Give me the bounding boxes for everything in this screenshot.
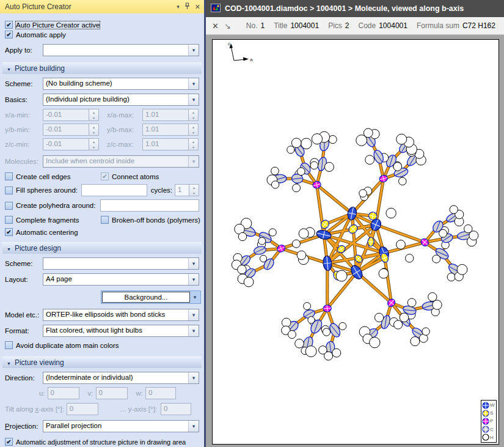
checkbox-label: Complete fragments [16, 216, 79, 224]
chevron-down-icon[interactable] [188, 45, 199, 56]
checkbox-avoid-duplicate-colors[interactable] [5, 341, 13, 349]
spin-down-icon [89, 144, 98, 150]
yb-min-label: y/b-min: [5, 126, 43, 133]
atom-H [312, 134, 322, 144]
atom-H [305, 346, 316, 357]
xa-max-spinner: 1.01 [142, 109, 199, 121]
legend-label: P [490, 418, 493, 424]
legend-row: C [482, 426, 496, 433]
chevron-down-icon[interactable] [188, 78, 199, 89]
atom-type-icon [482, 410, 489, 417]
atom-H [450, 205, 458, 213]
fill-spheres-input[interactable] [81, 184, 147, 196]
atom-S [347, 223, 359, 235]
atom-H [365, 155, 374, 164]
atom-H [356, 135, 367, 146]
section-header-picture-building[interactable]: Picture building [2, 62, 202, 74]
v-input: 0 [96, 387, 128, 399]
atom-H [464, 225, 472, 233]
layout-select[interactable]: A4 page [43, 273, 199, 286]
chevron-down-icon[interactable] [188, 309, 199, 320]
checkbox-auto-active[interactable] [5, 21, 13, 29]
section-header-picture-design[interactable]: Picture design [2, 242, 202, 254]
direction-select[interactable]: (Indeterminate or individual) [43, 372, 199, 384]
checkbox-automatic-adjustment[interactable] [5, 438, 13, 446]
atom-C [372, 149, 385, 164]
pin-icon[interactable] [184, 2, 190, 12]
section-title: Picture building [15, 64, 65, 73]
apply-to-select[interactable] [43, 44, 199, 56]
atom-H [407, 298, 416, 307]
checkbox-label: Automatic apply [16, 31, 66, 39]
chevron-down-icon[interactable] [190, 292, 200, 303]
atom-H [386, 208, 396, 218]
zc-min-label: z/c-min: [5, 141, 43, 148]
spin-down-icon [89, 115, 98, 120]
cycles-label: cycles: [151, 187, 172, 194]
yb-min-spinner: -0.01 [43, 124, 99, 136]
chevron-down-icon[interactable] [188, 372, 199, 383]
basics-select[interactable]: (Individual picture building) [43, 94, 199, 106]
checkbox-create-cell-edges[interactable] [5, 172, 13, 180]
chevron-down-icon[interactable] [188, 258, 199, 269]
page-sheet[interactable]: c a WSPCH [212, 39, 499, 445]
chevron-down-icon[interactable] [188, 94, 199, 105]
checkbox-auto-apply[interactable] [5, 31, 13, 39]
close-structure-icon[interactable]: ✕ [212, 21, 219, 31]
projection-select[interactable]: Parallel projection [43, 420, 199, 432]
checkbox-label: Automatic centering [16, 229, 78, 236]
format-value: Flat colored, without light bulbs [43, 325, 188, 336]
yb-max-label: y/b-max: [107, 126, 142, 133]
panel-body: Auto Picture Creator active Automatic ap… [0, 13, 204, 447]
scheme-value: (No building scheme) [43, 78, 188, 89]
checkbox-complete-fragments[interactable] [5, 216, 13, 224]
atom-H [379, 268, 389, 278]
design-scheme-label: Scheme: [5, 260, 43, 267]
chevron-down-icon[interactable] [188, 421, 199, 432]
atom-type-icon [482, 402, 489, 409]
design-scheme-select[interactable] [43, 257, 199, 270]
checkbox-create-polyhedra[interactable] [5, 202, 13, 210]
atom-H [293, 240, 301, 248]
spin-up-icon [189, 185, 199, 190]
chevron-down-icon[interactable] [188, 325, 199, 336]
section-header-picture-viewing[interactable]: Picture viewing [2, 356, 202, 368]
structure-picture[interactable]: c a [213, 40, 499, 444]
molecules-select: Include when centroid inside [43, 155, 199, 168]
atom-H [428, 293, 437, 301]
w-input: 0 [145, 387, 176, 399]
direction-label: Direction: [5, 374, 43, 382]
chevron-down-icon[interactable] [188, 274, 199, 285]
w-label: w: [136, 390, 144, 397]
scheme-label: Scheme: [5, 80, 43, 87]
atom-H [308, 317, 315, 323]
atom-H [339, 322, 346, 330]
apply-to-label: Apply to: [5, 46, 43, 54]
model-label: Model etc.: [5, 311, 43, 319]
follow-arrow-icon[interactable]: ↘ [224, 21, 231, 31]
drawing-area[interactable]: c a WSPCH [206, 35, 504, 447]
atom-H [271, 167, 279, 175]
checkbox-broken-off-bonds[interactable] [101, 216, 109, 224]
legend-label: W [490, 402, 495, 408]
close-icon[interactable]: ✕ [195, 3, 200, 11]
atom-H [323, 328, 330, 336]
panel-menu-icon[interactable]: ▾ [177, 4, 180, 10]
create-polyhedra-input[interactable] [100, 199, 199, 212]
atom-H [400, 313, 409, 322]
building-scheme-select[interactable]: (No building scheme) [43, 78, 199, 90]
background-button[interactable]: Background... [101, 290, 201, 304]
checkbox-automatic-centering[interactable] [5, 228, 13, 236]
tilt-x-input: 0 [67, 403, 98, 415]
background-button-label[interactable]: Background... [102, 292, 190, 303]
tilt-y-label: ... y-axis [°]: [120, 405, 157, 413]
model-select[interactable]: ORTEP-like ellipsoids with bond sticks [43, 309, 199, 321]
basics-value: (Individual picture building) [43, 94, 188, 105]
atom-H [324, 163, 334, 172]
section-title: Picture viewing [15, 358, 64, 367]
format-select[interactable]: Flat colored, without light bulbs [43, 325, 199, 337]
atom-P [323, 305, 332, 312]
checkbox-fill-spheres[interactable] [5, 187, 13, 194]
atom-H [310, 161, 318, 169]
info-field: Code1004001 [359, 21, 407, 30]
